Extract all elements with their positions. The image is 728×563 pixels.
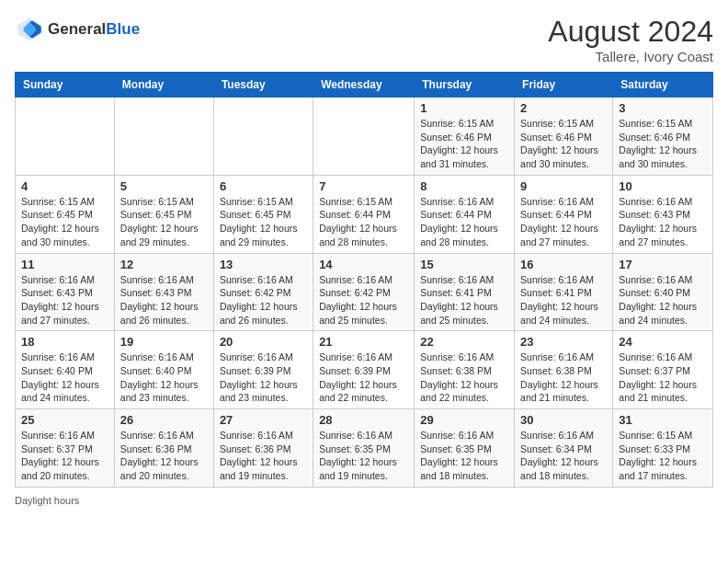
- day-detail: Sunrise: 6:16 AMSunset: 6:36 PMDaylight:…: [120, 429, 208, 483]
- calendar-table: SundayMondayTuesdayWednesdayThursdayFrid…: [15, 72, 713, 488]
- calendar-cell: 18Sunrise: 6:16 AMSunset: 6:40 PMDayligh…: [16, 331, 115, 409]
- day-detail: Sunrise: 6:15 AMSunset: 6:45 PMDaylight:…: [21, 195, 108, 249]
- location: Tallere, Ivory Coast: [548, 49, 713, 64]
- day-detail: Sunrise: 6:16 AMSunset: 6:43 PMDaylight:…: [619, 195, 707, 249]
- day-of-week-header: Saturday: [613, 73, 713, 98]
- calendar-cell: 27Sunrise: 6:16 AMSunset: 6:36 PMDayligh…: [213, 409, 313, 488]
- day-detail: Sunrise: 6:16 AMSunset: 6:44 PMDaylight:…: [420, 195, 508, 249]
- logo: GeneralBlue: [15, 15, 140, 44]
- calendar-cell: 25Sunrise: 6:16 AMSunset: 6:37 PMDayligh…: [16, 409, 115, 488]
- day-detail: Sunrise: 6:16 AMSunset: 6:40 PMDaylight:…: [619, 273, 707, 327]
- calendar-cell: [213, 98, 313, 176]
- calendar-cell: 1Sunrise: 6:15 AMSunset: 6:46 PMDaylight…: [415, 98, 515, 176]
- day-number: 4: [21, 179, 108, 193]
- day-number: 31: [619, 413, 707, 427]
- footer: Daylight hours: [15, 495, 713, 506]
- calendar-week-row: 1Sunrise: 6:15 AMSunset: 6:46 PMDaylight…: [16, 98, 713, 176]
- day-number: 8: [420, 179, 508, 193]
- calendar-cell: 19Sunrise: 6:16 AMSunset: 6:40 PMDayligh…: [114, 331, 213, 409]
- day-detail: Sunrise: 6:16 AMSunset: 6:42 PMDaylight:…: [220, 273, 307, 327]
- page-header: GeneralBlue August 2024 Tallere, Ivory C…: [15, 15, 713, 64]
- calendar-cell: [313, 98, 415, 176]
- calendar-week-row: 25Sunrise: 6:16 AMSunset: 6:37 PMDayligh…: [16, 409, 713, 488]
- day-number: 21: [319, 335, 408, 349]
- day-number: 7: [319, 179, 408, 193]
- logo-text: GeneralBlue: [48, 21, 140, 39]
- calendar-cell: 11Sunrise: 6:16 AMSunset: 6:43 PMDayligh…: [16, 253, 115, 331]
- day-number: 19: [120, 335, 208, 349]
- logo-icon: [15, 15, 44, 44]
- day-detail: Sunrise: 6:16 AMSunset: 6:42 PMDaylight:…: [319, 273, 408, 327]
- calendar-cell: 20Sunrise: 6:16 AMSunset: 6:39 PMDayligh…: [213, 331, 313, 409]
- calendar-cell: 5Sunrise: 6:15 AMSunset: 6:45 PMDaylight…: [114, 175, 213, 253]
- day-detail: Sunrise: 6:16 AMSunset: 6:34 PMDaylight:…: [520, 429, 607, 483]
- day-detail: Sunrise: 6:16 AMSunset: 6:39 PMDaylight:…: [220, 350, 307, 405]
- calendar-cell: 12Sunrise: 6:16 AMSunset: 6:43 PMDayligh…: [114, 253, 213, 331]
- month-year: August 2024: [548, 15, 713, 49]
- calendar-cell: 10Sunrise: 6:16 AMSunset: 6:43 PMDayligh…: [613, 175, 713, 253]
- day-detail: Sunrise: 6:16 AMSunset: 6:43 PMDaylight:…: [120, 273, 208, 327]
- day-number: 25: [21, 413, 108, 427]
- calendar-cell: 7Sunrise: 6:15 AMSunset: 6:44 PMDaylight…: [313, 175, 415, 253]
- day-number: 22: [420, 335, 508, 349]
- calendar-cell: 15Sunrise: 6:16 AMSunset: 6:41 PMDayligh…: [415, 253, 515, 331]
- day-number: 23: [520, 335, 607, 349]
- day-number: 24: [619, 335, 707, 349]
- day-detail: Sunrise: 6:16 AMSunset: 6:35 PMDaylight:…: [319, 429, 408, 483]
- day-of-week-header: Wednesday: [313, 73, 415, 98]
- day-detail: Sunrise: 6:16 AMSunset: 6:40 PMDaylight:…: [120, 350, 208, 405]
- day-number: 28: [319, 413, 408, 427]
- day-number: 9: [520, 179, 607, 193]
- day-number: 26: [120, 413, 208, 427]
- day-of-week-header: Friday: [515, 73, 613, 98]
- day-detail: Sunrise: 6:16 AMSunset: 6:38 PMDaylight:…: [420, 350, 508, 405]
- calendar-cell: 6Sunrise: 6:15 AMSunset: 6:45 PMDaylight…: [213, 175, 313, 253]
- calendar-cell: 31Sunrise: 6:15 AMSunset: 6:33 PMDayligh…: [613, 409, 713, 488]
- calendar-week-row: 4Sunrise: 6:15 AMSunset: 6:45 PMDaylight…: [16, 175, 713, 253]
- daylight-label: Daylight hours: [15, 495, 79, 506]
- calendar-cell: 30Sunrise: 6:16 AMSunset: 6:34 PMDayligh…: [515, 409, 613, 488]
- calendar-cell: 26Sunrise: 6:16 AMSunset: 6:36 PMDayligh…: [114, 409, 213, 488]
- day-number: 12: [120, 258, 208, 271]
- day-number: 5: [120, 179, 208, 193]
- logo-blue: Blue: [106, 20, 140, 38]
- day-of-week-header: Thursday: [415, 73, 515, 98]
- calendar-cell: 16Sunrise: 6:16 AMSunset: 6:41 PMDayligh…: [515, 253, 613, 331]
- day-number: 3: [619, 101, 707, 115]
- day-detail: Sunrise: 6:16 AMSunset: 6:37 PMDaylight:…: [619, 350, 707, 405]
- calendar-cell: [114, 98, 213, 176]
- day-detail: Sunrise: 6:16 AMSunset: 6:44 PMDaylight:…: [520, 195, 607, 249]
- logo-general: General: [48, 20, 106, 38]
- calendar-cell: 22Sunrise: 6:16 AMSunset: 6:38 PMDayligh…: [415, 331, 515, 409]
- day-detail: Sunrise: 6:15 AMSunset: 6:45 PMDaylight:…: [120, 195, 208, 249]
- calendar-week-row: 18Sunrise: 6:16 AMSunset: 6:40 PMDayligh…: [16, 331, 713, 409]
- calendar-week-row: 11Sunrise: 6:16 AMSunset: 6:43 PMDayligh…: [16, 253, 713, 331]
- calendar-header-row: SundayMondayTuesdayWednesdayThursdayFrid…: [16, 73, 713, 98]
- day-number: 20: [220, 335, 307, 349]
- day-number: 15: [420, 258, 508, 271]
- calendar-cell: 29Sunrise: 6:16 AMSunset: 6:35 PMDayligh…: [415, 409, 515, 488]
- day-number: 13: [220, 258, 307, 271]
- day-of-week-header: Monday: [114, 73, 213, 98]
- day-number: 17: [619, 258, 707, 271]
- day-detail: Sunrise: 6:16 AMSunset: 6:43 PMDaylight:…: [21, 273, 108, 327]
- day-number: 29: [420, 413, 508, 427]
- day-detail: Sunrise: 6:15 AMSunset: 6:46 PMDaylight:…: [619, 117, 707, 171]
- day-detail: Sunrise: 6:16 AMSunset: 6:40 PMDaylight:…: [21, 350, 108, 405]
- day-detail: Sunrise: 6:16 AMSunset: 6:41 PMDaylight:…: [420, 273, 508, 327]
- day-number: 30: [520, 413, 607, 427]
- calendar-cell: 8Sunrise: 6:16 AMSunset: 6:44 PMDaylight…: [415, 175, 515, 253]
- day-detail: Sunrise: 6:15 AMSunset: 6:46 PMDaylight:…: [520, 117, 607, 171]
- day-number: 2: [520, 101, 607, 115]
- day-number: 11: [21, 258, 108, 271]
- calendar-cell: 23Sunrise: 6:16 AMSunset: 6:38 PMDayligh…: [515, 331, 613, 409]
- calendar-cell: 28Sunrise: 6:16 AMSunset: 6:35 PMDayligh…: [313, 409, 415, 488]
- day-detail: Sunrise: 6:16 AMSunset: 6:37 PMDaylight:…: [21, 429, 108, 483]
- day-number: 10: [619, 179, 707, 193]
- day-detail: Sunrise: 6:15 AMSunset: 6:45 PMDaylight:…: [220, 195, 307, 249]
- day-of-week-header: Sunday: [16, 73, 115, 98]
- calendar-cell: 14Sunrise: 6:16 AMSunset: 6:42 PMDayligh…: [313, 253, 415, 331]
- day-detail: Sunrise: 6:16 AMSunset: 6:41 PMDaylight:…: [520, 273, 607, 327]
- calendar-cell: 4Sunrise: 6:15 AMSunset: 6:45 PMDaylight…: [16, 175, 115, 253]
- day-of-week-header: Tuesday: [213, 73, 313, 98]
